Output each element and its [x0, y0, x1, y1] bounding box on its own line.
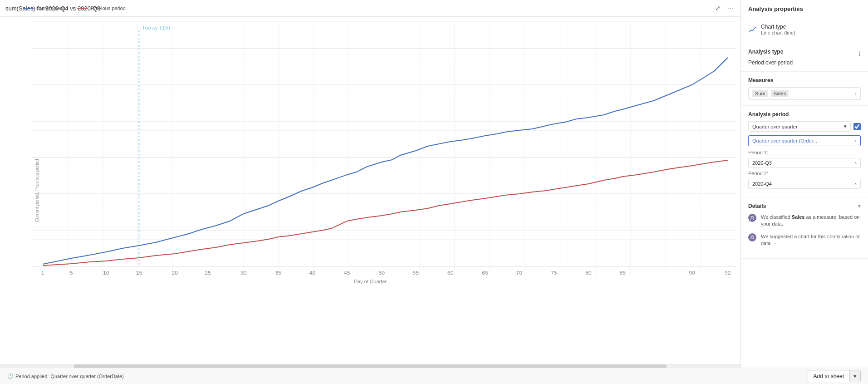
- legend-current-label: Current period: [36, 5, 68, 11]
- svg-text:5: 5: [70, 271, 73, 276]
- x-axis-label: Day of Quarter: [5, 279, 736, 284]
- svg-text:Today (15): Today (15): [142, 25, 171, 31]
- analysis-type-info[interactable]: ℹ: [858, 50, 861, 57]
- measure-chevron-icon: ›: [855, 90, 857, 97]
- legend-previous: Previous period: [77, 5, 125, 11]
- chart-type-section: Chart type Line chart (line): [741, 18, 868, 43]
- chart-type-value: Line chart (line): [761, 30, 795, 35]
- detail-item-2: We suggested a chart for this combinatio…: [748, 233, 861, 247]
- analysis-period-label: Analysis period: [748, 111, 861, 118]
- period2-label: Period 2:: [748, 171, 861, 176]
- svg-text:55: 55: [413, 271, 419, 276]
- details-collapse-icon[interactable]: ▾: [858, 203, 861, 209]
- chart-svg: 0 50k 100k 150k 200k 250k 300k: [32, 21, 736, 276]
- detail1-more-icon[interactable]: ···: [786, 222, 790, 226]
- detail-item-1: We classified Sales as a measure, based …: [748, 214, 861, 228]
- period1-field[interactable]: 2020-Q3 ›: [748, 158, 861, 168]
- svg-text:90: 90: [689, 271, 695, 276]
- svg-text:25: 25: [205, 271, 211, 276]
- analysis-type-section: Analysis type ℹ Period over period: [741, 43, 868, 72]
- svg-text:65: 65: [482, 271, 488, 276]
- svg-text:75: 75: [551, 271, 557, 276]
- scrollbar-thumb[interactable]: [74, 364, 667, 368]
- period-applied: 🕐 Period applied: Quarter over quarter (…: [7, 373, 124, 379]
- add-to-sheet-button[interactable]: Add to sheet ▾: [808, 370, 861, 382]
- svg-text:1: 1: [41, 271, 44, 276]
- period1-value: 2020-Q3: [752, 160, 772, 166]
- svg-text:15: 15: [136, 271, 142, 276]
- detail2-more-icon[interactable]: ···: [774, 241, 778, 246]
- add-to-sheet-main[interactable]: Add to sheet: [808, 371, 849, 382]
- measure-sales-tag: Sales: [771, 90, 789, 97]
- svg-text:60: 60: [447, 271, 453, 276]
- analysis-period-section: Analysis period Quarter over quarter ▾ Q…: [741, 106, 868, 197]
- analysis-type-label: Analysis type: [748, 49, 783, 55]
- details-section: Details ▾ We classified Sales as a measu…: [741, 197, 868, 259]
- detail1-text: We classified Sales as a measure, based …: [761, 214, 859, 226]
- measures-label: Measures: [748, 77, 861, 84]
- svg-text:10: 10: [103, 271, 109, 276]
- svg-rect-0: [32, 21, 736, 276]
- period-option-chevron-icon: ›: [855, 138, 857, 143]
- line-chart-icon: [748, 25, 757, 34]
- svg-text:40: 40: [309, 271, 315, 276]
- measures-section: Measures Sum Sales ›: [741, 72, 868, 106]
- period2-value: 2020-Q4: [752, 181, 772, 187]
- add-to-sheet-arrow-icon[interactable]: ▾: [849, 370, 860, 382]
- legend-previous-line: [77, 8, 88, 9]
- svg-text:50: 50: [378, 271, 384, 276]
- svg-text:80: 80: [585, 271, 591, 276]
- period-option-button[interactable]: Quarter over quarter (Order... ›: [748, 135, 861, 146]
- measure-row[interactable]: Sum Sales ›: [748, 87, 861, 100]
- period-checkbox[interactable]: [853, 123, 861, 130]
- period2-field[interactable]: 2020-Q4 ›: [748, 179, 861, 189]
- detail2-icon: [748, 233, 756, 241]
- chart-type-label: Chart type: [761, 24, 795, 30]
- svg-text:35: 35: [275, 271, 281, 276]
- legend-current-line: [23, 8, 34, 9]
- y-axis-label: Current period, Previous period: [34, 159, 39, 222]
- scrollbar[interactable]: [0, 364, 740, 368]
- chart-legend: Current period Previous period: [23, 5, 126, 11]
- svg-text:20: 20: [172, 271, 178, 276]
- period-dropdown-chevron-icon: ▾: [844, 123, 847, 129]
- bottom-bar: 🕐 Period applied: Quarter over quarter (…: [0, 368, 868, 384]
- legend-previous-label: Previous period: [91, 5, 125, 11]
- expand-icon[interactable]: ⤢: [713, 4, 722, 13]
- details-label: Details: [748, 203, 766, 209]
- period1-chevron-icon: ›: [855, 160, 857, 166]
- period-applied-label: Period applied:: [15, 374, 49, 379]
- svg-text:45: 45: [344, 271, 350, 276]
- svg-text:30: 30: [240, 271, 246, 276]
- period-applied-icon: 🕐: [7, 373, 14, 379]
- properties-panel: Analysis properties Chart type Line char…: [741, 0, 868, 368]
- period-option-label: Quarter over quarter (Order...: [752, 138, 817, 143]
- svg-text:85: 85: [619, 271, 625, 276]
- period1-label: Period 1:: [748, 150, 861, 155]
- period-dropdown-value: Quarter over quarter: [752, 124, 798, 129]
- svg-text:70: 70: [516, 271, 522, 276]
- properties-header: Analysis properties: [741, 0, 868, 18]
- measure-sum-tag: Sum: [752, 90, 768, 97]
- more-options-icon[interactable]: ···: [726, 4, 735, 13]
- detail1-icon: [748, 214, 756, 222]
- chart-area: Current period, Previous period 0 50k 1: [0, 17, 740, 364]
- period2-chevron-icon: ›: [855, 181, 857, 187]
- period-applied-value: Quarter over quarter (OrderDate): [50, 374, 123, 379]
- analysis-type-value: Period over period: [748, 59, 861, 66]
- period-dropdown[interactable]: Quarter over quarter ▾: [748, 121, 851, 132]
- legend-current: Current period: [23, 5, 68, 11]
- svg-text:92: 92: [725, 271, 731, 276]
